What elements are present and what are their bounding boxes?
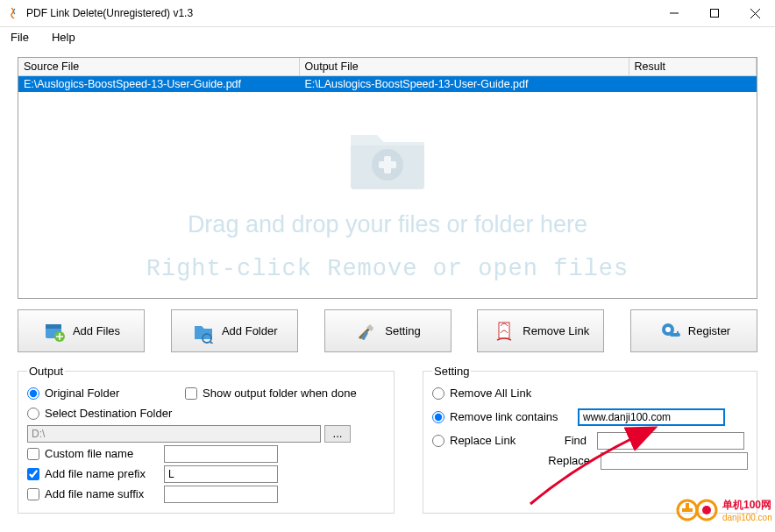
output-fieldset: Output Original Folder Select Destinatio… xyxy=(18,365,395,514)
add-files-icon xyxy=(42,319,67,344)
cell-source[interactable]: E:\Auslogics-BoostSpeed-13-User-Guide.pd… xyxy=(18,75,299,92)
titlebar: PDF Link Delete(Unregistered) v1.3 xyxy=(0,0,775,27)
replace-link-label: Replace Link xyxy=(450,434,537,447)
svg-line-11 xyxy=(210,342,214,344)
remove-all-label: Remove All Link xyxy=(450,387,531,400)
file-grid[interactable]: Source File Output File Result E:\Auslog… xyxy=(18,57,757,299)
register-button[interactable]: Register xyxy=(630,309,757,352)
maximize-button[interactable] xyxy=(694,0,735,26)
dropzone-text-1: Drag and drop your files or folder here xyxy=(188,207,587,243)
svg-rect-5 xyxy=(384,156,391,174)
close-button[interactable] xyxy=(735,0,775,26)
show-folder-when-done-checkbox[interactable] xyxy=(185,387,197,400)
svg-rect-1 xyxy=(711,10,719,18)
find-input[interactable] xyxy=(597,432,744,450)
minimize-button[interactable] xyxy=(654,0,694,26)
bottom-row: Output Original Folder Select Destinatio… xyxy=(18,365,757,514)
suffix-input[interactable] xyxy=(164,486,278,503)
window-title: PDF Link Delete(Unregistered) v1.3 xyxy=(26,7,654,19)
remove-contains-radio[interactable] xyxy=(432,411,444,423)
svg-rect-8 xyxy=(46,324,61,329)
cell-result[interactable] xyxy=(629,75,757,92)
dest-path-input xyxy=(27,425,321,443)
folder-plus-icon xyxy=(335,110,440,198)
prefix-input[interactable] xyxy=(164,465,278,483)
register-icon xyxy=(658,319,682,344)
output-legend: Output xyxy=(27,365,65,378)
select-dest-radio[interactable] xyxy=(27,408,39,420)
add-folder-label: Add Folder xyxy=(222,324,278,337)
table-row[interactable]: E:\Auslogics-BoostSpeed-13-User-Guide.pd… xyxy=(18,75,757,92)
menu-file[interactable]: File xyxy=(5,29,34,46)
suffix-checkbox[interactable] xyxy=(27,488,39,500)
setting-fieldset: Setting Remove All Link Remove link cont… xyxy=(423,365,757,514)
browse-button[interactable]: ... xyxy=(324,425,351,443)
original-folder-label: Original Folder xyxy=(45,387,119,400)
prefix-checkbox[interactable] xyxy=(27,468,39,480)
col-output[interactable]: Output File xyxy=(299,58,629,75)
add-files-button[interactable]: Add Files xyxy=(18,309,145,352)
remove-link-icon xyxy=(492,319,516,344)
custom-name-label: Custom file name xyxy=(45,447,159,460)
setting-icon xyxy=(354,319,379,344)
select-dest-label: Select Destination Folder xyxy=(45,407,172,420)
svg-rect-16 xyxy=(670,333,680,337)
custom-name-input[interactable] xyxy=(164,445,278,463)
show-folder-when-done-label: Show output folder when done xyxy=(203,387,357,400)
prefix-label: Add file name prefix xyxy=(45,467,159,480)
remove-link-button[interactable]: Remove Link xyxy=(477,309,604,352)
remove-contains-input[interactable] xyxy=(578,408,725,426)
button-row: Add Files Add Folder Setting Remove Link… xyxy=(18,309,757,352)
original-folder-radio[interactable] xyxy=(27,387,39,400)
add-files-label: Add Files xyxy=(73,324,120,337)
svg-rect-17 xyxy=(677,331,679,334)
add-folder-icon xyxy=(191,319,216,344)
suffix-label: Add file name suffix xyxy=(45,487,159,500)
register-label: Register xyxy=(688,324,730,337)
window-buttons xyxy=(654,0,775,26)
content: Source File Output File Result E:\Auslog… xyxy=(0,46,775,521)
replace-input[interactable] xyxy=(601,452,748,470)
java-icon xyxy=(7,6,21,20)
replace-link-radio[interactable] xyxy=(432,435,444,447)
col-result[interactable]: Result xyxy=(629,58,757,75)
col-source[interactable]: Source File xyxy=(18,58,299,75)
svg-point-4 xyxy=(372,149,403,181)
find-label: Find xyxy=(543,434,587,447)
remove-link-label: Remove Link xyxy=(523,324,589,337)
remove-contains-label: Remove link contains xyxy=(450,410,572,423)
svg-rect-6 xyxy=(379,161,396,168)
remove-all-radio[interactable] xyxy=(432,387,444,400)
replace-label: Replace xyxy=(541,454,590,467)
custom-name-checkbox[interactable] xyxy=(27,448,39,460)
setting-legend: Setting xyxy=(432,365,471,378)
dropzone-text-2: Right-click Remove or open files xyxy=(146,252,629,287)
dropzone: Drag and drop your files or folder here … xyxy=(18,95,757,298)
cell-output[interactable]: E:\LAuslogics-BoostSpeed-13-User-Guide.p… xyxy=(299,75,629,92)
svg-point-15 xyxy=(665,327,671,332)
menubar: File Help xyxy=(0,27,775,46)
menu-help[interactable]: Help xyxy=(46,29,81,46)
setting-button-label: Setting xyxy=(385,324,420,337)
add-folder-button[interactable]: Add Folder xyxy=(171,309,298,352)
setting-button[interactable]: Setting xyxy=(324,309,451,352)
